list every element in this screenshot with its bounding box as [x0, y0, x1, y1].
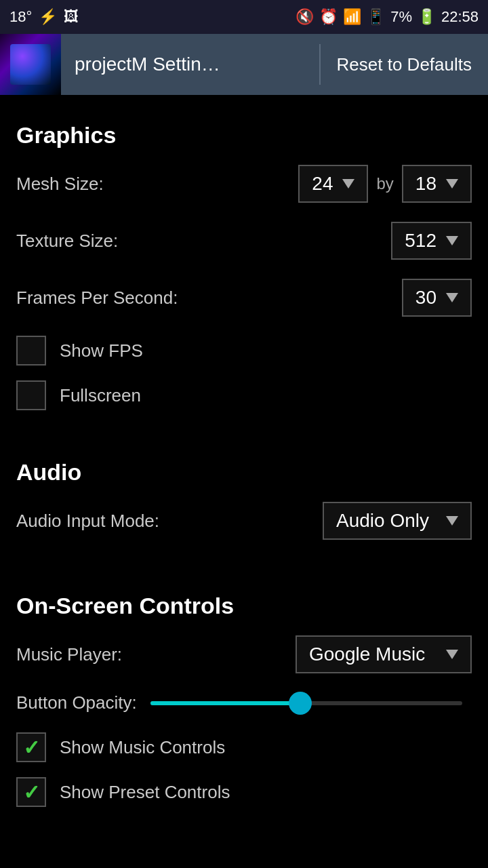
- show-preset-controls-label: Show Preset Controls: [60, 782, 230, 803]
- mesh-size-row: Mesh Size: 24 by 18: [16, 165, 472, 203]
- music-player-caret-icon: [446, 650, 458, 659]
- alarm-icon: ⏰: [319, 8, 338, 26]
- mesh-size-x-value: 24: [312, 173, 333, 195]
- audio-input-caret-icon: [446, 516, 458, 526]
- mesh-x-caret-icon: [342, 179, 354, 189]
- audio-input-mode-dropdown[interactable]: Audio Only: [323, 502, 472, 540]
- fps-control: 30: [402, 279, 472, 317]
- battery-percent: 7%: [390, 8, 412, 26]
- status-bar: 18° ⚡ 🖼 🔇 ⏰ 📶 📱 7% 🔋 22:58: [0, 0, 488, 34]
- battery-icon: 🔋: [418, 8, 436, 26]
- signal-icon: 📱: [367, 8, 385, 26]
- fps-dropdown[interactable]: 30: [402, 279, 472, 317]
- reset-to-defaults-button[interactable]: Reset to Defaults: [321, 34, 488, 95]
- usb-icon: ⚡: [39, 8, 57, 26]
- music-player-row: Music Player: Google Music: [16, 635, 472, 673]
- show-music-controls-row: Show Music Controls: [16, 732, 472, 762]
- fps-value: 30: [415, 287, 436, 309]
- texture-size-control: 512: [391, 222, 472, 260]
- mesh-size-control: 24 by 18: [298, 165, 472, 203]
- mesh-size-label: Mesh Size:: [16, 174, 104, 195]
- fullscreen-checkbox[interactable]: [16, 380, 46, 410]
- audio-input-mode-label: Audio Input Mode:: [16, 511, 159, 532]
- photo-icon: 🖼: [64, 8, 79, 26]
- mesh-size-y-value: 18: [415, 173, 436, 195]
- fps-label: Frames Per Second:: [16, 288, 178, 309]
- audio-input-mode-control: Audio Only: [323, 502, 472, 540]
- texture-size-dropdown[interactable]: 512: [391, 222, 472, 260]
- texture-size-value: 512: [405, 230, 436, 252]
- music-player-value: Google Music: [309, 644, 425, 665]
- settings-content: Graphics Mesh Size: 24 by 18 Texture Siz…: [0, 95, 488, 835]
- audio-input-mode-value: Audio Only: [336, 510, 429, 532]
- show-fps-label: Show FPS: [60, 340, 143, 361]
- button-opacity-slider-fill: [150, 701, 300, 705]
- texture-size-row: Texture Size: 512: [16, 222, 472, 260]
- graphics-section: Graphics Mesh Size: 24 by 18 Texture Siz…: [16, 122, 472, 410]
- music-player-label: Music Player:: [16, 644, 122, 665]
- mesh-y-caret-icon: [446, 179, 458, 189]
- fullscreen-label: Fullscreen: [60, 385, 141, 406]
- by-label: by: [376, 174, 393, 193]
- texture-caret-icon: [446, 236, 458, 245]
- graphics-section-title: Graphics: [16, 122, 472, 149]
- audio-section-title: Audio: [16, 459, 472, 486]
- show-preset-controls-checkbox[interactable]: [16, 777, 46, 807]
- music-player-dropdown[interactable]: Google Music: [296, 635, 472, 673]
- music-player-control: Google Music: [296, 635, 472, 673]
- app-title: projectM Settin…: [61, 54, 319, 75]
- app-icon: [0, 34, 61, 95]
- show-fps-checkbox[interactable]: [16, 336, 46, 366]
- audio-section: Audio Audio Input Mode: Audio Only: [16, 459, 472, 540]
- audio-input-mode-row: Audio Input Mode: Audio Only: [16, 502, 472, 540]
- show-music-controls-checkbox[interactable]: [16, 732, 46, 762]
- button-opacity-row: Button Opacity:: [16, 692, 472, 713]
- button-opacity-slider-thumb[interactable]: [289, 692, 312, 715]
- show-fps-row: Show FPS: [16, 336, 472, 366]
- status-left: 18° ⚡ 🖼: [9, 8, 79, 26]
- mesh-size-x-dropdown[interactable]: 24: [298, 165, 368, 203]
- clock: 22:58: [441, 8, 479, 26]
- mute-icon: 🔇: [296, 8, 314, 26]
- wifi-icon: 📶: [343, 8, 361, 26]
- fps-caret-icon: [446, 293, 458, 302]
- title-bar: projectM Settin… Reset to Defaults: [0, 34, 488, 95]
- status-right: 🔇 ⏰ 📶 📱 7% 🔋 22:58: [296, 8, 479, 26]
- button-opacity-label: Button Opacity:: [16, 692, 137, 713]
- show-music-controls-label: Show Music Controls: [60, 737, 225, 758]
- button-opacity-slider-track: [150, 701, 462, 705]
- mesh-size-y-dropdown[interactable]: 18: [402, 165, 472, 203]
- fps-row: Frames Per Second: 30: [16, 279, 472, 317]
- texture-size-label: Texture Size:: [16, 231, 118, 252]
- button-opacity-slider-container: [150, 701, 472, 705]
- temperature: 18°: [9, 8, 32, 26]
- on-screen-controls-section: On-Screen Controls Music Player: Google …: [16, 593, 472, 807]
- fullscreen-row: Fullscreen: [16, 380, 472, 410]
- on-screen-controls-title: On-Screen Controls: [16, 593, 472, 619]
- show-preset-controls-row: Show Preset Controls: [16, 777, 472, 807]
